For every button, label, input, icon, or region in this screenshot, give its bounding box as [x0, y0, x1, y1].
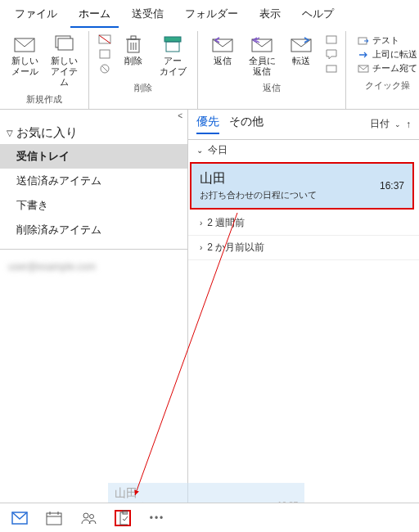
delete-label: 削除	[124, 56, 142, 66]
folder-inbox[interactable]: 受信トレイ	[0, 144, 187, 169]
quickstep-forward-boss[interactable]: 上司に転送	[358, 48, 417, 61]
im-icon[interactable]	[324, 47, 339, 61]
svg-line-7	[101, 65, 108, 72]
forward-icon	[290, 34, 313, 54]
quickstep-test-label: テスト	[372, 34, 399, 47]
tab-home[interactable]: ホーム	[70, 3, 119, 28]
message-time: 16:37	[380, 180, 404, 192]
date-group-label: 今日	[208, 143, 228, 157]
quickstep-forward-label: 上司に転送	[372, 48, 417, 61]
chevron-down-icon: ⌄	[394, 120, 401, 128]
reply-all-button[interactable]: 全員に 返信	[244, 33, 280, 79]
svg-rect-2	[58, 38, 73, 50]
new-items-icon	[52, 34, 75, 54]
chevron-right-icon: ›	[200, 219, 202, 228]
date-group-label: 2 か月前以前	[207, 241, 264, 255]
calendar-view-button[interactable]	[46, 510, 62, 526]
ribbon: 新しい メール 新しい アイテム 新規作成 削除	[0, 28, 419, 110]
tab-help[interactable]: ヘルプ	[294, 3, 342, 28]
svg-rect-24	[47, 513, 61, 525]
group-label-respond: 返信	[263, 82, 281, 94]
reply-all-label: 全員に 返信	[249, 56, 276, 77]
date-group-label: 2 週間前	[207, 216, 245, 230]
mail-small-icon	[358, 64, 369, 74]
favorites-header[interactable]: ▽ お気に入り	[0, 122, 187, 144]
new-items-label: 新しい アイテム	[47, 56, 80, 88]
separator	[0, 249, 187, 250]
sort-button[interactable]: 日付 ⌄ ↑	[370, 117, 411, 131]
svg-line-4	[99, 35, 110, 43]
tab-file[interactable]: ファイル	[7, 3, 65, 28]
sort-label: 日付	[370, 117, 390, 131]
reply-button[interactable]: 返信	[205, 33, 241, 68]
tab-other[interactable]: その他	[229, 115, 264, 134]
trash-icon	[122, 34, 145, 54]
message-list: 優先 その他 日付 ⌄ ↑ ⌄ 今日 山田 お打ち合わせの日程について 16:3…	[188, 110, 419, 532]
tab-folder[interactable]: フォルダー	[177, 3, 246, 28]
forward-button[interactable]: 転送	[283, 33, 319, 68]
meeting-icon[interactable]	[324, 33, 339, 46]
chevron-down-icon: ⌄	[196, 146, 203, 155]
new-mail-button[interactable]: 新しい メール	[7, 33, 43, 79]
quickstep-test[interactable]: テスト	[358, 34, 417, 47]
reply-label: 返信	[214, 56, 232, 66]
account-header[interactable]: user@example.com	[0, 256, 187, 277]
group-label-quick: クイック操	[365, 79, 410, 92]
collapse-nav-button[interactable]: <	[0, 110, 187, 122]
quickstep-team-label: チーム宛て	[372, 62, 417, 74]
svg-rect-15	[166, 42, 179, 52]
junk-icon[interactable]	[97, 62, 112, 75]
people-view-button[interactable]	[80, 510, 97, 526]
ignore-icon[interactable]	[97, 33, 112, 46]
date-group-two-weeks[interactable]: › 2 週間前	[188, 211, 419, 236]
favorites-label: お気に入り	[16, 125, 78, 141]
date-group-two-months[interactable]: › 2 か月前以前	[188, 236, 419, 260]
forward-label: 転送	[292, 56, 310, 66]
more-respond-icon[interactable]	[324, 62, 339, 75]
ribbon-group-quick: テスト 上司に転送 チーム宛て クイック操	[346, 31, 419, 109]
delete-button[interactable]: 削除	[115, 33, 151, 68]
tab-sendrecv[interactable]: 送受信	[124, 3, 172, 28]
archive-icon	[161, 34, 184, 54]
new-items-button[interactable]: 新しい アイテム	[46, 33, 82, 90]
folder-deleted[interactable]: 削除済みアイテム	[0, 218, 187, 242]
quickstep-team[interactable]: チーム宛て	[358, 62, 417, 74]
svg-rect-13	[131, 36, 136, 39]
archive-label: アー カイブ	[160, 56, 187, 77]
svg-rect-19	[327, 36, 336, 43]
folder-sent[interactable]: 送信済みアイテム	[0, 169, 187, 193]
folder-drafts[interactable]: 下書き	[0, 193, 187, 218]
more-views-button[interactable]: •••	[149, 510, 165, 526]
ribbon-group-new: 新しい メール 新しい アイテム 新規作成	[0, 31, 89, 109]
arrow-up-icon: ↑	[406, 119, 411, 130]
mail-icon	[13, 34, 36, 54]
date-group-today[interactable]: ⌄ 今日	[188, 140, 419, 160]
arrow-right-icon	[358, 50, 369, 60]
reply-icon	[211, 34, 234, 54]
mail-view-button[interactable]	[11, 510, 28, 526]
view-switcher: •••	[0, 503, 419, 532]
svg-rect-20	[327, 65, 336, 72]
move-icon	[358, 36, 369, 46]
archive-button[interactable]: アー カイブ	[155, 33, 191, 79]
chevron-down-icon: ▽	[7, 128, 13, 138]
new-mail-label: 新しい メール	[11, 56, 38, 77]
svg-rect-14	[164, 37, 181, 42]
svg-point-29	[90, 514, 94, 518]
chevron-right-icon: ›	[200, 243, 202, 252]
tab-focused[interactable]: 優先	[196, 115, 219, 134]
tasks-view-button[interactable]	[115, 510, 131, 526]
message-subject: お打ち合わせの日程について	[200, 189, 404, 201]
folder-nav: < ▽ お気に入り 受信トレイ 送信済みアイテム 下書き 削除済みアイテム us…	[0, 110, 188, 532]
group-label-delete: 削除	[134, 82, 152, 94]
svg-point-28	[83, 513, 88, 518]
svg-rect-5	[100, 50, 110, 58]
group-label-new: 新規作成	[26, 93, 62, 106]
reply-all-icon	[250, 34, 273, 54]
message-item[interactable]: 山田 お打ち合わせの日程について 16:37	[190, 162, 414, 210]
ribbon-group-delete: 削除 アー カイブ 削除	[89, 31, 198, 109]
ribbon-group-respond: 返信 全員に 返信 転送 返信	[198, 31, 346, 109]
message-sender: 山田	[200, 170, 404, 187]
tab-view[interactable]: 表示	[251, 3, 289, 28]
cleanup-icon[interactable]	[97, 47, 112, 61]
